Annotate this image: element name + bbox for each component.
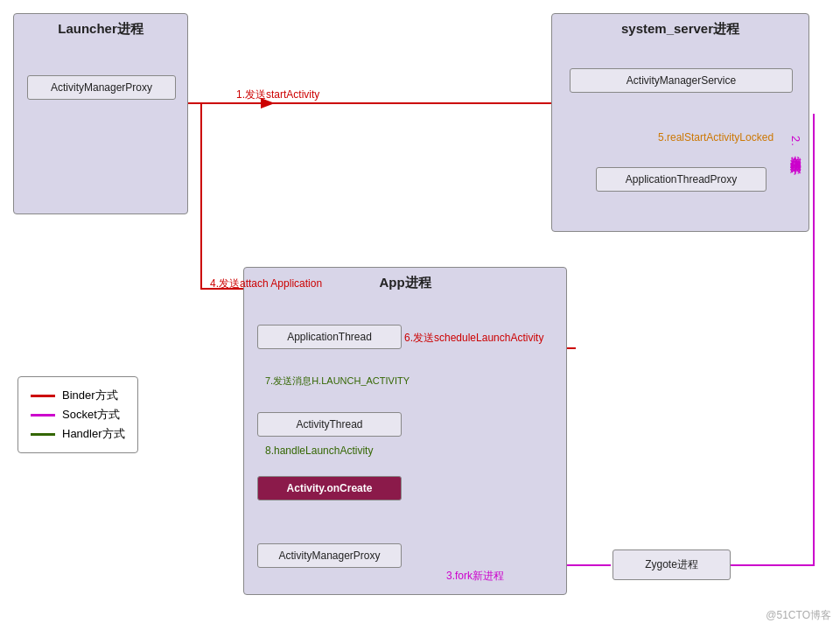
legend-handler-line — [31, 433, 55, 436]
legend-socket-line — [31, 414, 55, 416]
app-amp-box: ActivityManagerProxy — [257, 543, 402, 568]
legend-socket-label: Socket方式 — [62, 407, 120, 423]
legend-socket: Socket方式 — [31, 407, 125, 423]
legend-handler: Handler方式 — [31, 426, 125, 442]
step5-label: 5.realStartActivityLocked — [658, 131, 774, 144]
step6-label: 6.发送scheduleLaunchActivity — [404, 331, 543, 346]
legend-binder-line — [31, 395, 55, 397]
app-process: App进程 ApplicationThread ActivityThread A… — [243, 267, 567, 595]
ams-box: ActivityManagerService — [570, 68, 793, 93]
step2-label: 2.发送创建进程的请求 — [788, 136, 803, 155]
atp-box: ApplicationThreadProxy — [596, 167, 766, 192]
launcher-amp: ActivityManagerProxy — [27, 75, 176, 100]
diagram-container: Launcher进程 ActivityManagerProxy system_s… — [0, 0, 840, 630]
application-thread-box: ApplicationThread — [257, 325, 402, 349]
legend-binder: Binder方式 — [31, 388, 125, 403]
step7-label: 7.发送消息H.LAUNCH_ACTIVITY — [265, 374, 410, 388]
legend-binder-label: Binder方式 — [62, 388, 118, 403]
watermark: @51CTO博客 — [766, 608, 831, 623]
launcher-title: Launcher进程 — [14, 14, 187, 41]
step8-label: 8.handleLaunchActivity — [265, 444, 373, 457]
legend-handler-label: Handler方式 — [62, 426, 125, 442]
legend-box: Binder方式 Socket方式 Handler方式 — [18, 376, 138, 453]
zygote-box: Zygote进程 — [612, 550, 731, 580]
step1-label: 1.发送startActivity — [236, 88, 319, 102]
system-server-process: system_server进程 ActivityManagerService A… — [551, 13, 809, 232]
activity-oncreate-box: Activity.onCreate — [257, 476, 402, 500]
step3-label: 3.fork新进程 — [446, 569, 504, 584]
step4-label: 4.发送attach Application — [210, 276, 322, 291]
system-server-title: system_server进程 — [552, 14, 808, 41]
activity-thread-box: ActivityThread — [257, 412, 402, 437]
launcher-process: Launcher进程 ActivityManagerProxy — [13, 13, 188, 214]
